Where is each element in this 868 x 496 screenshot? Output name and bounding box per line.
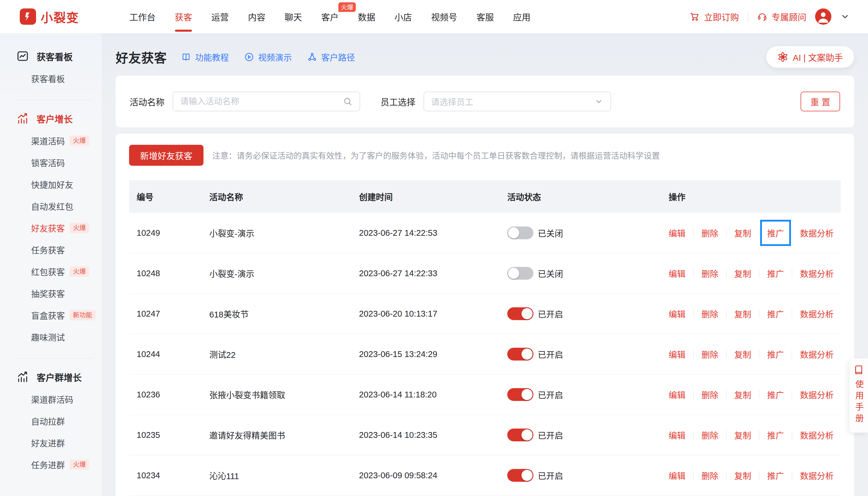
sidebar-item-task-join-group[interactable]: 任务进群火爆	[0, 453, 102, 475]
reset-button[interactable]: 重 置	[801, 92, 840, 111]
status-toggle[interactable]	[507, 348, 533, 360]
growth-chart-icon	[16, 112, 29, 125]
action-analytics[interactable]: 数据分析	[800, 308, 834, 320]
action-edit[interactable]: 编辑	[668, 469, 685, 481]
nav-item-acquisition[interactable]: 获客	[165, 0, 202, 33]
action-copy[interactable]: 复制	[734, 308, 751, 320]
sidebar-item-label: 锁客活码	[31, 156, 65, 169]
toggle-knob	[521, 348, 533, 360]
action-delete[interactable]: 删除	[701, 469, 718, 481]
sidebar-item-auto-group[interactable]: 自动拉群	[0, 410, 102, 432]
action-divider	[759, 269, 759, 278]
action-analytics[interactable]: 数据分析	[800, 348, 834, 360]
nav-item-label: 数据	[358, 10, 375, 23]
action-copy[interactable]: 复制	[734, 429, 751, 441]
nav-item-service[interactable]: 客服	[467, 0, 504, 33]
sidebar-item-blind-box-acquisition[interactable]: 盲盒获客新功能	[0, 304, 102, 326]
table-toolbar: 新增好友获客 注意：请务必保证活动的真实有效性，为了客户的服务体验，活动中每个员…	[129, 145, 841, 166]
action-delete[interactable]: 删除	[701, 227, 718, 239]
nav-item-channels[interactable]: 视频号	[422, 0, 467, 33]
ai-copywriter-button[interactable]: AI | 文案助手	[766, 46, 854, 68]
cell-created-time: 2023-06-09 09:58:24	[351, 471, 500, 480]
action-analytics[interactable]: 数据分析	[800, 469, 834, 481]
brand-logo[interactable]: 小裂变	[20, 8, 79, 26]
action-promote[interactable]: 推广	[767, 308, 784, 320]
status-toggle[interactable]	[507, 429, 533, 441]
cell-activity-id: 10247	[129, 309, 202, 319]
nav-item-label: 小店	[394, 10, 412, 23]
action-copy[interactable]: 复制	[734, 348, 751, 360]
action-promote[interactable]: 推广	[767, 267, 784, 279]
action-promote[interactable]: 推广	[767, 388, 784, 401]
order-now-button[interactable]: 立即订购	[690, 10, 739, 23]
body-row: 获客看板 获客看板 客户增长 渠道活码火爆锁客活码快捷加好友自动发红包好友获客火…	[0, 33, 868, 496]
nav-item-customers[interactable]: 客户火爆	[312, 0, 348, 33]
nav-item-chat[interactable]: 聊天	[275, 0, 312, 33]
status-toggle[interactable]	[507, 267, 533, 280]
action-delete[interactable]: 删除	[701, 388, 718, 401]
action-edit[interactable]: 编辑	[668, 267, 685, 279]
main-content: 好友获客 功能教程 视频演示	[102, 33, 868, 496]
sidebar-item-auto-red-packet[interactable]: 自动发红包	[0, 195, 102, 217]
table-header-row: 编号 活动名称 创建时间 活动状态 操作	[129, 180, 841, 213]
sidebar-item-friend-acquisition[interactable]: 好友获客火爆	[0, 217, 102, 239]
action-copy[interactable]: 复制	[734, 469, 751, 481]
sidebar-item-channel-qr[interactable]: 渠道活码火爆	[0, 130, 102, 152]
video-demo-link[interactable]: 视频演示	[244, 51, 292, 63]
sidebar-items-group-growth: 渠道群活码自动拉群好友进群任务进群火爆	[0, 386, 102, 477]
action-divider	[792, 229, 792, 237]
search-icon[interactable]	[343, 96, 352, 106]
sidebar-item-friend-join-group[interactable]: 好友进群	[0, 432, 102, 453]
action-promote-highlighted[interactable]: 推广	[767, 227, 784, 239]
staff-select[interactable]: 请选择员工	[424, 92, 611, 111]
action-analytics[interactable]: 数据分析	[800, 388, 834, 401]
action-edit[interactable]: 编辑	[668, 348, 685, 360]
action-analytics[interactable]: 数据分析	[800, 429, 834, 441]
nav-item-operations[interactable]: 运营	[202, 0, 238, 33]
status-toggle[interactable]	[507, 307, 533, 320]
nav-item-shop[interactable]: 小店	[385, 0, 422, 33]
add-activity-button[interactable]: 新增好友获客	[129, 145, 204, 166]
advisor-button[interactable]: 专属顾问	[757, 10, 806, 23]
status-toggle[interactable]	[507, 469, 533, 482]
action-edit[interactable]: 编辑	[668, 227, 685, 239]
action-edit[interactable]: 编辑	[668, 388, 685, 401]
action-edit[interactable]: 编辑	[668, 308, 685, 320]
tutorial-link[interactable]: 功能教程	[181, 51, 229, 63]
action-delete[interactable]: 删除	[701, 348, 718, 360]
action-delete[interactable]: 删除	[701, 429, 718, 441]
sidebar-item-channel-group-qr[interactable]: 渠道群活码	[0, 388, 102, 410]
sidebar-item-lottery-acquisition[interactable]: 抽奖获客	[0, 282, 102, 304]
nav-item-workbench[interactable]: 工作台	[120, 0, 165, 33]
action-promote[interactable]: 推广	[767, 348, 784, 360]
action-promote[interactable]: 推广	[767, 429, 784, 441]
action-promote[interactable]: 推广	[767, 469, 784, 481]
action-delete[interactable]: 删除	[701, 267, 718, 279]
sidebar-item-acquisition-dashboard[interactable]: 获客看板	[0, 67, 102, 89]
action-analytics[interactable]: 数据分析	[800, 267, 834, 279]
status-toggle[interactable]	[507, 227, 533, 239]
customer-path-link[interactable]: 客户路径	[307, 51, 355, 63]
status-label: 已关闭	[538, 267, 563, 279]
sidebar-item-lock-qr[interactable]: 锁客活码	[0, 152, 102, 173]
account-menu-chevron-down-icon[interactable]	[840, 12, 850, 21]
nav-item-data[interactable]: 数据	[348, 0, 385, 33]
toolbar-notice: 注意：请务必保证活动的真实有效性，为了客户的服务体验，活动中每个员工单日获客数合…	[212, 150, 660, 161]
activity-name-input[interactable]	[180, 97, 343, 106]
sidebar-item-fun-quiz[interactable]: 趣味测试	[0, 326, 102, 348]
action-copy[interactable]: 复制	[734, 267, 751, 279]
sidebar-item-task-acquisition[interactable]: 任务获客	[0, 239, 102, 261]
action-copy[interactable]: 复制	[734, 227, 751, 239]
action-copy[interactable]: 复制	[734, 388, 751, 401]
action-delete[interactable]: 删除	[701, 308, 718, 320]
user-manual-button[interactable]: 使用手册	[849, 358, 868, 433]
action-analytics[interactable]: 数据分析	[800, 227, 834, 239]
status-toggle[interactable]	[507, 388, 533, 401]
action-edit[interactable]: 编辑	[668, 429, 685, 441]
cell-activity-name: 小裂变-演示	[202, 227, 351, 239]
sidebar-item-quick-add-friend[interactable]: 快捷加好友	[0, 173, 102, 195]
nav-item-content[interactable]: 内容	[238, 0, 275, 33]
nav-item-apps[interactable]: 应用	[504, 0, 540, 33]
user-avatar[interactable]	[815, 9, 831, 25]
sidebar-item-red-packet-acquisition[interactable]: 红包获客火爆	[0, 261, 102, 282]
